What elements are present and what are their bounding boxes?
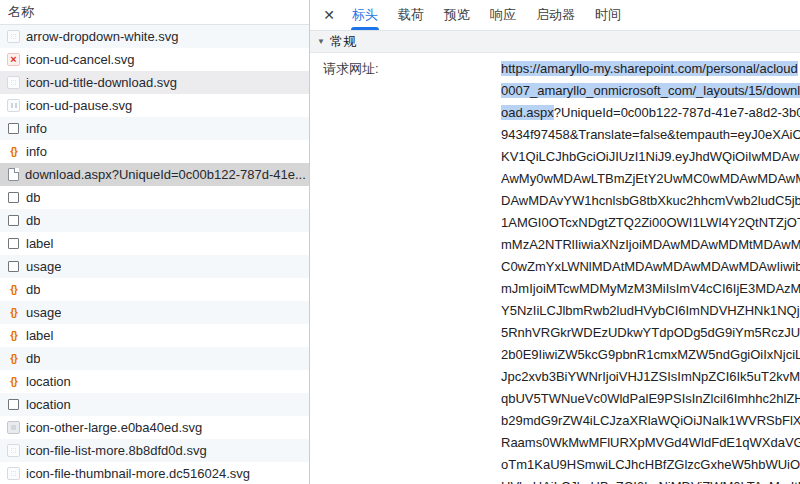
json-icon: {} (7, 352, 20, 365)
doc-icon (8, 168, 19, 181)
network-request-row[interactable]: {} db (0, 347, 309, 370)
request-url-line: C0wZmYxLWNlMDAtMDAwMDAwMDAwMDAwIiwib (501, 256, 800, 278)
network-request-row[interactable]: location (0, 393, 309, 416)
tab-timing[interactable]: 时间 (585, 0, 631, 30)
caret-down-icon: ▼ (317, 37, 325, 46)
request-url-line: HVhcHAiLCJhcHBpZCI6ImNiMDViZWM0LTAxMmItN (501, 476, 800, 484)
request-name: icon-ud-cancel.svg (26, 52, 134, 67)
request-url-label: 请求网址: (310, 58, 501, 80)
square-icon (8, 238, 19, 249)
tab-label: 预览 (444, 7, 470, 22)
request-name: label (26, 328, 53, 343)
json-icon: {} (7, 329, 20, 342)
request-url-line: qbUV5TWNueVc0WldPalE9PSIsInZlciI6Imhhc2h… (501, 388, 800, 410)
request-name: icon-ud-title-download.svg (26, 75, 177, 90)
request-url-line: 0007_amaryllo_onmicrosoft_com/_layouts/1… (501, 80, 800, 102)
request-name: info (26, 144, 47, 159)
request-name: db (26, 213, 40, 228)
tab-headers[interactable]: 标头 (342, 0, 388, 30)
square-icon (8, 123, 19, 134)
request-name: icon-file-thumbnail-more.dc516024.svg (26, 466, 250, 481)
request-url-line: AwMy0wMDAwLTBmZjEtY2UwMC0wMDAwMDAwM (501, 168, 800, 190)
request-name: icon-ud-pause.svg (26, 98, 132, 113)
json-icon: {} (7, 375, 20, 388)
tab-response[interactable]: 响应 (480, 0, 526, 30)
json-icon: {} (7, 145, 20, 158)
request-url-line: mJmIjoiMTcwMDMyMzM3MiIsImV4cCI6IjE3MDAzM… (501, 278, 800, 300)
request-url-line: Y5NzIiLCJlbmRwb2ludHVybCI6ImNDVHZHNk1NQj… (501, 300, 800, 322)
network-request-row[interactable]: arrow-dropdown-white.svg (0, 25, 309, 48)
tab-label: 响应 (490, 7, 516, 22)
image-icon (7, 444, 20, 457)
tab-label: 启动器 (536, 7, 575, 22)
network-request-row[interactable]: {} db (0, 278, 309, 301)
request-url-line: Jpc2xvb3BiYWNrIjoiVHJ1ZSIsImNpZCI6Ik5uT2… (501, 366, 800, 388)
tab-label: 载荷 (398, 7, 424, 22)
request-name: icon-file-list-more.8b8dfd0d.svg (26, 443, 207, 458)
square-icon (8, 399, 19, 410)
pause-icon (7, 99, 20, 112)
network-request-row[interactable]: {} location (0, 370, 309, 393)
network-request-row[interactable]: label (0, 232, 309, 255)
square-icon (8, 215, 19, 226)
tab-payload[interactable]: 载荷 (388, 0, 434, 30)
network-request-row[interactable]: {} label (0, 324, 309, 347)
network-request-row[interactable]: db (0, 186, 309, 209)
request-url-line: https://amaryllo-my.sharepoint.com/perso… (501, 58, 800, 80)
close-icon[interactable]: ✕ (316, 7, 342, 23)
name-column-header[interactable]: 名称 (0, 0, 309, 25)
image-icon (7, 467, 20, 480)
network-request-row[interactable]: × icon-ud-cancel.svg (0, 48, 309, 71)
network-request-row[interactable]: {} info (0, 140, 309, 163)
network-request-row[interactable]: {} usage (0, 301, 309, 324)
network-request-row[interactable]: icon-ud-title-download.svg (0, 71, 309, 94)
request-url-line: 2b0E9IiwiZW5kcG9pbnR1cmxMZW5ndGgiOiIxNjc… (501, 344, 800, 366)
json-icon: {} (7, 306, 20, 319)
request-url-line: 5RnhVRGkrWDEzUDkwYTdpODg5dG9iYm5RczJUWlh (501, 322, 800, 344)
tab-label: 标头 (352, 7, 378, 22)
tab-preview[interactable]: 预览 (434, 0, 480, 30)
request-name: db (26, 351, 40, 366)
network-request-row[interactable]: icon-file-list-more.8b8dfd0d.svg (0, 439, 309, 462)
request-name: info (26, 121, 47, 136)
request-url-line: 1AMGI0OTcxNDgtZTQ2Zi00OWI1LWI4Y2QtNTZjOT… (501, 212, 800, 234)
devtools-network-panel: 名称 arrow-dropdown-white.svg × icon-ud-ca… (0, 0, 800, 484)
request-name: download.aspx?UniqueId=0c00b122-787d-41e… (25, 167, 306, 182)
request-name: location (26, 397, 71, 412)
tab-initiator[interactable]: 启动器 (526, 0, 585, 30)
image-icon (7, 30, 20, 43)
section-title: 常规 (330, 33, 356, 51)
request-url-value[interactable]: https://amaryllo-my.sharepoint.com/perso… (501, 58, 800, 484)
cancel-icon: × (7, 53, 20, 66)
request-name: arrow-dropdown-white.svg (26, 29, 178, 44)
general-section-header[interactable]: ▼ 常规 (310, 31, 800, 53)
square-icon (8, 261, 19, 272)
request-url-line: mMzA2NTRlIiwiaXNzIjoiMDAwMDAwMDMtMDAwM (501, 234, 800, 256)
request-url-line: oad.aspx?UniqueId=0c00b122-787d-41e7-a8d… (501, 102, 800, 124)
request-url-line: oTm1KaU9HSmwiLCJhcHBfZGlzcGxheW5hbWUiOiJ… (501, 454, 800, 476)
request-rows: arrow-dropdown-white.svg × icon-ud-cance… (0, 25, 309, 484)
network-request-row[interactable]: download.aspx?UniqueId=0c00b122-787d-41e… (0, 163, 309, 186)
network-request-row[interactable]: db (0, 209, 309, 232)
request-name: icon-other-large.e0ba40ed.svg (26, 420, 202, 435)
request-details-panel: ✕ 标头 载荷 预览 响应 启动器 时间 ▼ 常规 请求网址: https://… (310, 0, 800, 484)
request-name: location (26, 374, 71, 389)
request-url-row: 请求网址: https://amaryllo-my.sharepoint.com… (310, 53, 800, 484)
network-request-row[interactable]: icon-ud-pause.svg (0, 94, 309, 117)
request-name: db (26, 282, 40, 297)
network-request-row[interactable]: icon-file-thumbnail-more.dc516024.svg (0, 462, 309, 484)
square-icon (8, 192, 19, 203)
request-url-line: DAwMDAvYW1hcnlsbG8tbXkuc2hhcmVwb2ludC5jb… (501, 190, 800, 212)
request-url-line: 9434f97458&Translate=false&tempauth=eyJ0… (501, 124, 800, 146)
network-request-row[interactable]: usage (0, 255, 309, 278)
image-dark-icon (7, 421, 20, 434)
tab-label: 时间 (595, 7, 621, 22)
json-icon: {} (7, 283, 20, 296)
image-icon (7, 76, 20, 89)
network-request-row[interactable]: icon-other-large.e0ba40ed.svg (0, 416, 309, 439)
network-request-row[interactable]: info (0, 117, 309, 140)
request-url-line: b29mdG9rZW4iLCJzaXRlaWQiOiJNalk1WVRSbFlX… (501, 410, 800, 432)
request-url-line: KV1QiLCJhbGciOiJIUzI1NiJ9.eyJhdWQiOiIwMD… (501, 146, 800, 168)
request-name: usage (26, 259, 61, 274)
request-url-line: Raams0WkMwMFlURXpMVGd4WldFdE1qWXdaVGR (501, 432, 800, 454)
